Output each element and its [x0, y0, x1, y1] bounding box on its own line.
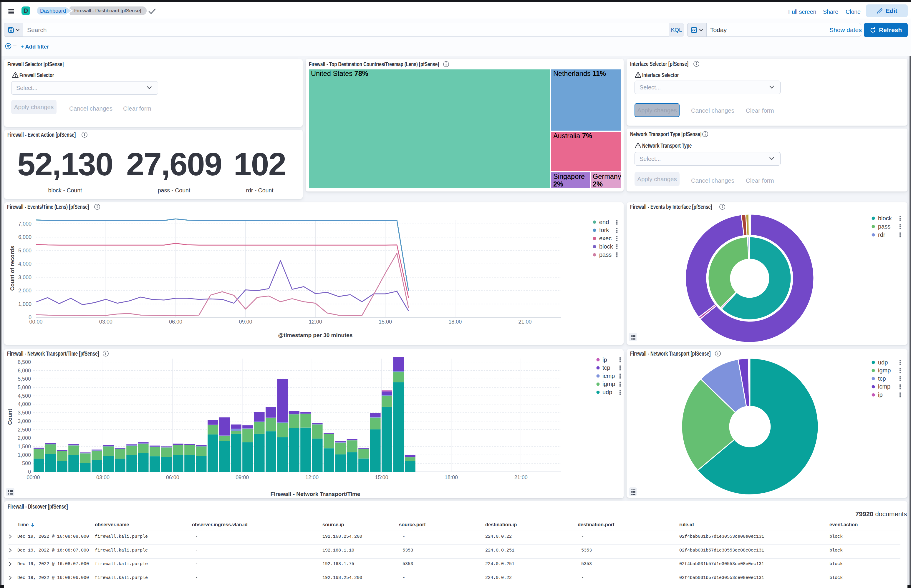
svg-text:1,500: 1,500	[18, 444, 31, 449]
svg-text:fork: fork	[599, 227, 609, 233]
svg-text:rdr: rdr	[878, 231, 885, 238]
svg-text:00:00: 00:00	[26, 475, 40, 480]
svg-text:21:00: 21:00	[519, 319, 532, 325]
svg-text:2,500: 2,500	[18, 427, 31, 433]
svg-text:6,000: 6,000	[18, 234, 31, 240]
svg-text:block: block	[599, 243, 613, 250]
svg-text:udp: udp	[602, 389, 612, 395]
svg-text:icmp: icmp	[602, 373, 615, 379]
svg-text:exec: exec	[599, 235, 611, 241]
svg-text:6,000: 6,000	[18, 368, 31, 373]
svg-text:15:00: 15:00	[375, 475, 388, 480]
svg-text:Count of records: Count of records	[9, 246, 15, 291]
svg-text:Firewall - Network Transport/T: Firewall - Network Transport/Time	[271, 491, 360, 497]
svg-text:3,000: 3,000	[18, 418, 31, 424]
svg-text:2,000: 2,000	[18, 435, 31, 441]
svg-text:block: block	[878, 215, 892, 221]
svg-text:igmp: igmp	[878, 367, 891, 373]
svg-text:15:00: 15:00	[379, 319, 392, 325]
svg-text:ip: ip	[878, 391, 883, 398]
svg-text:0: 0	[28, 469, 31, 475]
svg-text:4,500: 4,500	[18, 393, 31, 399]
svg-text:Count: Count	[7, 409, 13, 425]
svg-text:18:00: 18:00	[444, 475, 458, 480]
svg-text:2,000: 2,000	[18, 288, 31, 294]
svg-text:500: 500	[22, 460, 31, 466]
svg-text:06:00: 06:00	[166, 475, 179, 480]
svg-text:3,000: 3,000	[18, 275, 31, 280]
svg-text:tcp: tcp	[602, 365, 610, 371]
svg-text:pass: pass	[599, 252, 611, 258]
svg-text:4,000: 4,000	[18, 261, 31, 267]
svg-text:pass: pass	[878, 223, 890, 230]
svg-text:5,500: 5,500	[18, 376, 31, 382]
svg-text:03:00: 03:00	[99, 319, 112, 325]
svg-text:03:00: 03:00	[96, 475, 110, 480]
svg-text:1,000: 1,000	[18, 301, 31, 307]
svg-text:7,000: 7,000	[18, 221, 31, 227]
svg-text:end: end	[599, 219, 609, 225]
svg-text:09:00: 09:00	[235, 475, 249, 480]
svg-text:igmp: igmp	[602, 381, 615, 387]
svg-text:12:00: 12:00	[309, 319, 322, 325]
svg-text:Dashboard: Dashboard	[40, 8, 66, 14]
svg-text:tcp: tcp	[878, 375, 886, 382]
svg-text:00:00: 00:00	[29, 319, 42, 325]
svg-text:3,500: 3,500	[18, 410, 31, 416]
svg-text:1,000: 1,000	[18, 452, 31, 458]
svg-text:06:00: 06:00	[169, 319, 182, 325]
svg-text:18:00: 18:00	[449, 319, 462, 325]
svg-text:udp: udp	[878, 359, 888, 366]
svg-text:4,000: 4,000	[18, 401, 31, 407]
svg-text:icmp: icmp	[878, 383, 890, 390]
svg-text:6,500: 6,500	[18, 359, 31, 365]
svg-text:5,000: 5,000	[18, 248, 31, 254]
svg-text:21:00: 21:00	[514, 475, 528, 480]
svg-text:09:00: 09:00	[239, 319, 252, 325]
svg-text:@timestamp per 30 minutes: @timestamp per 30 minutes	[278, 332, 353, 338]
svg-text:12:00: 12:00	[305, 475, 319, 480]
svg-text:5,000: 5,000	[18, 384, 31, 390]
svg-text:ip: ip	[602, 357, 607, 363]
